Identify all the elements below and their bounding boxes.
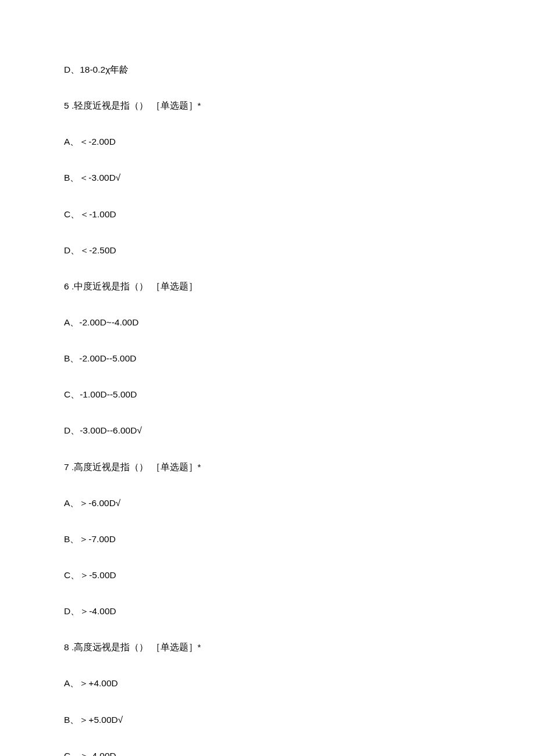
text-line: C、＜-1.00D (64, 209, 471, 220)
text-line: C、-1.00D--5.00D (64, 389, 471, 400)
text-line: D、18-0.2χ年龄 (64, 64, 471, 76)
text-line: A、＜-2.00D (64, 136, 471, 148)
text-line: 5 .轻度近视是指（） ［单选题］* (64, 100, 471, 112)
text-line: B、＜-3.00D√ (64, 172, 471, 184)
text-line: A、＞+4.00D (64, 678, 471, 689)
text-line: B、＞-7.00D (64, 533, 471, 545)
text-line: C、＞-4.00D (64, 750, 471, 756)
text-line: D、＞-4.00D (64, 605, 471, 617)
text-line: 6 .中度近视是指（） ［单选题］ (64, 281, 471, 292)
text-line: A、-2.00D~-4.00D (64, 317, 471, 328)
text-line: D、-3.00D--6.00D√ (64, 425, 471, 436)
text-line: A、＞-6.00D√ (64, 497, 471, 509)
text-line: D、＜-2.50D (64, 245, 471, 256)
text-line: 7 .高度近视是指（） ［单选题］* (64, 461, 471, 473)
text-line: B、＞+5.00D√ (64, 714, 471, 726)
text-line: B、-2.00D--5.00D (64, 353, 471, 364)
document-page: D、18-0.2χ年龄 5 .轻度近视是指（） ［单选题］* A、＜-2.00D… (0, 0, 535, 756)
text-line: 8 .高度远视是指（） ［单选题］* (64, 642, 471, 653)
text-line: C、＞-5.00D (64, 569, 471, 581)
